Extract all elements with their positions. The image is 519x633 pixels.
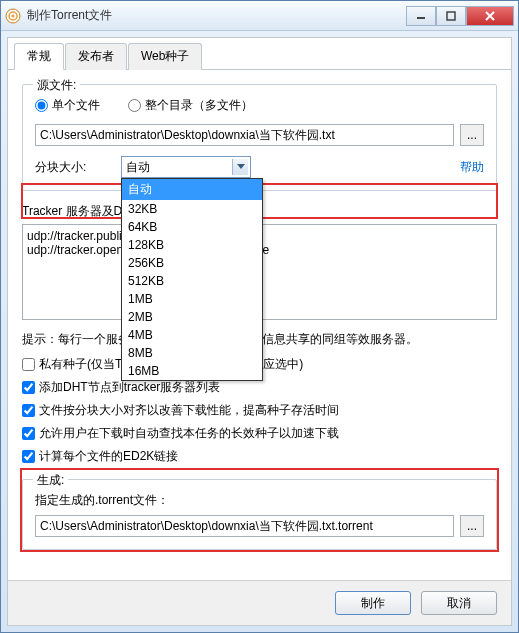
svg-point-2	[12, 14, 15, 17]
option-label-3: 允许用户在下载时自动查找本任务的长效种子以加速下载	[39, 425, 339, 442]
piece-size-option[interactable]: 16MB	[122, 362, 262, 380]
client-area: 常规 发布者 Web种子 源文件: 单个文件 整个目录（多文件）	[7, 37, 512, 626]
close-button[interactable]	[466, 6, 514, 26]
cancel-button[interactable]: 取消	[421, 591, 497, 615]
source-path-input[interactable]	[35, 124, 454, 146]
option-check-1[interactable]: 添加DHT节点到tracker服务器列表	[22, 379, 497, 396]
tab-strip: 常规 发布者 Web种子	[8, 38, 511, 70]
option-checkbox-2[interactable]	[22, 404, 35, 417]
piece-size-combo[interactable]: 自动 自动32KB64KB128KB256KB512KB1MB2MB4MB8MB…	[121, 156, 251, 178]
piece-size-option[interactable]: 128KB	[122, 236, 262, 254]
radio-single-label: 单个文件	[52, 97, 100, 114]
panel-general: 源文件: 单个文件 整个目录（多文件） ... 分块大小:	[8, 70, 511, 580]
piece-size-option[interactable]: 32KB	[122, 200, 262, 218]
piece-size-option[interactable]: 256KB	[122, 254, 262, 272]
output-fieldset: 生成: 指定生成的.torrent文件： ...	[22, 479, 497, 550]
source-radio-row: 单个文件 整个目录（多文件）	[35, 97, 484, 114]
titlebar[interactable]: 制作Torrent文件	[1, 1, 518, 31]
piece-size-option[interactable]: 512KB	[122, 272, 262, 290]
radio-directory[interactable]: 整个目录（多文件）	[128, 97, 253, 114]
output-path-input[interactable]	[35, 515, 454, 537]
piece-size-option[interactable]: 自动	[122, 179, 262, 200]
option-check-3[interactable]: 允许用户在下载时自动查找本任务的长效种子以加速下载	[22, 425, 497, 442]
option-checkbox-3[interactable]	[22, 427, 35, 440]
piece-size-dropdown-list: 自动32KB64KB128KB256KB512KB1MB2MB4MB8MB16M…	[121, 178, 263, 381]
maximize-button[interactable]	[436, 6, 466, 26]
highlight-output-fieldset	[20, 468, 499, 552]
tab-publisher[interactable]: 发布者	[65, 43, 127, 70]
source-path-row: ...	[35, 124, 484, 146]
option-check-2[interactable]: 文件按分块大小对齐以改善下载性能，提高种子存活时间	[22, 402, 497, 419]
piece-size-option[interactable]: 8MB	[122, 344, 262, 362]
dialog-window: 制作Torrent文件 常规 发布者 Web种子 源文件: 单个文件	[0, 0, 519, 633]
piece-size-input[interactable]: 自动	[121, 156, 251, 178]
piece-size-option[interactable]: 1MB	[122, 290, 262, 308]
source-fieldset: 源文件: 单个文件 整个目录（多文件） ... 分块大小:	[22, 84, 497, 191]
help-link[interactable]: 帮助	[460, 159, 484, 176]
piece-size-label: 分块大小:	[35, 159, 121, 176]
window-title: 制作Torrent文件	[27, 7, 406, 24]
svg-marker-7	[237, 164, 245, 169]
svg-rect-4	[447, 12, 455, 20]
option-checkbox-4[interactable]	[22, 450, 35, 463]
source-legend: 源文件:	[33, 77, 80, 94]
option-label-1: 添加DHT节点到tracker服务器列表	[39, 379, 220, 396]
app-icon	[5, 8, 21, 24]
output-legend: 生成:	[33, 472, 68, 489]
radio-dir-label: 整个目录（多文件）	[145, 97, 253, 114]
tab-general[interactable]: 常规	[14, 43, 64, 70]
window-buttons	[406, 6, 514, 26]
option-label-2: 文件按分块大小对齐以改善下载性能，提高种子存活时间	[39, 402, 339, 419]
option-label-4: 计算每个文件的ED2K链接	[39, 448, 178, 465]
radio-single-input[interactable]	[35, 99, 48, 112]
minimize-button[interactable]	[406, 6, 436, 26]
output-label: 指定生成的.torrent文件：	[35, 492, 484, 509]
source-browse-button[interactable]: ...	[460, 124, 484, 146]
piece-size-value: 自动	[126, 159, 150, 176]
piece-size-row: 分块大小: 自动 自动32KB64KB128KB256KB512KB1MB2MB…	[35, 156, 484, 178]
option-check-4[interactable]: 计算每个文件的ED2K链接	[22, 448, 497, 465]
option-checkbox-1[interactable]	[22, 381, 35, 394]
radio-single-file[interactable]: 单个文件	[35, 97, 100, 114]
piece-size-option[interactable]: 2MB	[122, 308, 262, 326]
radio-dir-input[interactable]	[128, 99, 141, 112]
make-button[interactable]: 制作	[335, 591, 411, 615]
option-checkbox-0[interactable]	[22, 358, 35, 371]
button-bar: 制作 取消	[8, 580, 511, 625]
tab-webseed[interactable]: Web种子	[128, 43, 202, 70]
output-browse-button[interactable]: ...	[460, 515, 484, 537]
output-path-row: ...	[35, 515, 484, 537]
chevron-down-icon[interactable]	[232, 159, 248, 175]
piece-size-option[interactable]: 4MB	[122, 326, 262, 344]
piece-size-option[interactable]: 64KB	[122, 218, 262, 236]
